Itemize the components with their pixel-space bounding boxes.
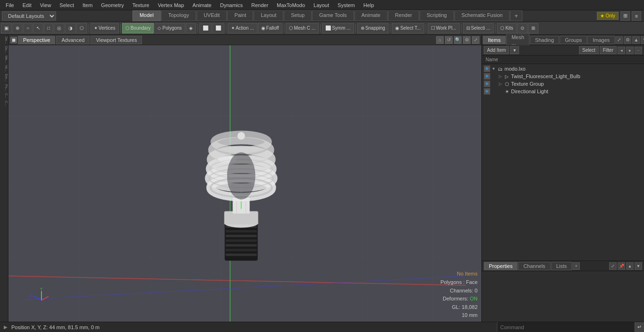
tb-icon1-btn[interactable]: ⊙	[517, 23, 528, 33]
tb-select-box-btn[interactable]: ▣	[1, 23, 12, 33]
item-eye-light[interactable]: 👁	[484, 88, 490, 95]
left-tool-em[interactable]: Em...	[0, 73, 8, 82]
prop-down-icon[interactable]: ▼	[635, 262, 642, 270]
mode-tab-model[interactable]: Model	[132, 10, 161, 21]
items-minus-icon[interactable]: -	[635, 47, 642, 54]
mode-list-icon[interactable]: ≡	[632, 11, 641, 21]
tb-hex-btn[interactable]: ⬡	[76, 23, 87, 33]
tb-vertices-btn[interactable]: ✦ Vertices	[91, 23, 119, 33]
tb-falloff-btn[interactable]: ◉ Falloff	[258, 23, 282, 33]
right-tab-images[interactable]: Images	[587, 36, 615, 44]
tb-rect-btn[interactable]: □	[44, 23, 53, 33]
tb-mode4-btn[interactable]: ◈	[186, 23, 196, 33]
mode-tab-plus[interactable]: +	[510, 10, 522, 21]
item-row-light[interactable]: 👁 ☀ Directional Light	[482, 88, 644, 95]
layout-dropdown[interactable]: Default Layouts	[2, 11, 56, 21]
tb-arrow-btn[interactable]: ↖	[33, 23, 43, 33]
left-tool-ve[interactable]: Ve...	[0, 64, 8, 73]
right-tab-shading[interactable]: Shading	[530, 36, 559, 44]
menu-render[interactable]: Render	[248, 1, 272, 9]
menu-help[interactable]: Help	[360, 1, 378, 9]
vp-settings-icon[interactable]: ⚙	[463, 36, 471, 44]
menu-dynamics[interactable]: Dynamics	[216, 1, 247, 9]
viewport-toggle[interactable]: ◼	[10, 37, 17, 43]
tb-poly-btn[interactable]: ◎	[54, 23, 65, 33]
right-expand-icon[interactable]: ⤢	[615, 36, 623, 44]
mode-tab-topology[interactable]: Topology	[161, 10, 196, 21]
left-tool-po[interactable]: Po...	[0, 83, 8, 92]
items-list[interactable]: 👁 ▼ 🗂 modo.lxo 👁 ▷ ▷ Twist_Fluorescent_L…	[482, 64, 644, 260]
vp-rotate-icon[interactable]: ↺	[445, 36, 453, 44]
mode-tab-schematic[interactable]: Schematic Fusion	[454, 10, 510, 21]
items-filter-button[interactable]: Filter	[600, 46, 617, 54]
items-select-button[interactable]: Select	[579, 46, 599, 54]
item-expand-light[interactable]	[498, 89, 503, 94]
prop-tab-properties[interactable]: Properties	[484, 262, 518, 270]
tb-polygons-btn[interactable]: ◇ Polygons	[154, 23, 185, 33]
item-eye-root[interactable]: 👁	[484, 65, 490, 72]
prop-up-icon[interactable]: ▲	[626, 262, 634, 270]
right-settings-icon[interactable]: ⚙	[624, 36, 631, 44]
vp-home-icon[interactable]: ⌂	[436, 36, 444, 44]
tb-selection-btn[interactable]: ⊟ Selecti ...	[463, 23, 494, 33]
tb-snapping-btn[interactable]: ⊕ Snapping	[357, 23, 388, 33]
left-tool-c1[interactable]: C...	[0, 92, 8, 99]
tb-half-btn[interactable]: ◑	[65, 23, 76, 33]
mode-tab-gametools[interactable]: Game Tools	[312, 10, 354, 21]
right-tab-mesh[interactable]: Mesh ...	[506, 33, 529, 47]
star-only-button[interactable]: ★ Only	[597, 12, 619, 20]
tb-boundary-btn[interactable]: ⬡ Boundary	[122, 23, 154, 33]
tb-work-plane-btn[interactable]: ☐ Work Pl...	[428, 23, 460, 33]
menu-file[interactable]: File	[2, 1, 18, 9]
add-item-arrow[interactable]: ▾	[510, 46, 519, 54]
add-item-button[interactable]: Add Item	[484, 46, 509, 54]
tb-symm-btn[interactable]: ⬜ Symm ...	[322, 23, 354, 33]
tb-kits-btn[interactable]: ⬡ Kits	[497, 23, 517, 33]
right-tab-items[interactable]: Items	[483, 36, 506, 44]
mode-tab-setup[interactable]: Setup	[284, 10, 312, 21]
menu-view[interactable]: View	[36, 1, 55, 9]
menu-layout[interactable]: Layout	[310, 1, 333, 9]
vp-expand-icon[interactable]: ⤢	[472, 36, 479, 44]
item-expand-bulb[interactable]: ▷	[498, 74, 503, 79]
tb-circle-btn[interactable]: ○	[23, 23, 33, 33]
mode-tab-render[interactable]: Render	[388, 10, 419, 21]
tb-select-t-btn[interactable]: ◉ Select T...	[392, 23, 424, 33]
item-expand-texgrp[interactable]: ▷	[498, 81, 503, 86]
menu-texture[interactable]: Texture	[129, 1, 153, 9]
menu-animate[interactable]: Animate	[189, 1, 215, 9]
left-tool-c2[interactable]: C...	[0, 100, 8, 107]
prop-tab-plus[interactable]: +	[572, 262, 580, 270]
prop-expand-icon[interactable]: ⤢	[609, 262, 617, 270]
command-input[interactable]	[497, 322, 635, 332]
mode-tab-animate[interactable]: Animate	[355, 10, 388, 21]
vp-tab-advanced[interactable]: Advanced	[56, 36, 90, 44]
vp-tab-textures[interactable]: Viewport Textures	[91, 36, 142, 44]
prop-tab-lists[interactable]: Lists	[551, 262, 572, 270]
menu-geometry[interactable]: Geometry	[97, 1, 127, 9]
tb-action-btn[interactable]: ✦ Action ...	[228, 23, 257, 33]
mode-tab-paint[interactable]: Paint	[227, 10, 253, 21]
mode-tab-uvedit[interactable]: UVEdit	[197, 10, 227, 21]
right-scroll-down-icon[interactable]: ▼	[641, 36, 644, 44]
tb-mode5-btn[interactable]: ⬜	[199, 23, 212, 33]
mode-grid-icon[interactable]: ⊞	[620, 11, 630, 21]
left-tool-me[interactable]: Me...	[0, 55, 8, 64]
right-scroll-up-icon[interactable]: ▲	[632, 36, 640, 44]
item-row-texgrp[interactable]: 👁 ▷ ⬡ Texture Group	[482, 80, 644, 88]
right-tab-groups[interactable]: Groups	[560, 36, 587, 44]
item-eye-texgrp[interactable]: 👁	[484, 81, 490, 87]
mode-tab-scripting[interactable]: Scripting	[420, 10, 454, 21]
menu-maxtomodo[interactable]: MaxToModo	[273, 1, 309, 9]
menu-edit[interactable]: Edit	[19, 1, 35, 9]
vp-zoom-icon[interactable]: 🔍	[454, 36, 462, 44]
menu-vertex-map[interactable]: Vertex Map	[154, 1, 188, 9]
menu-system[interactable]: System	[334, 1, 359, 9]
prop-tab-channels[interactable]: Channels	[518, 262, 550, 270]
tb-icon2-btn[interactable]: ⊞	[528, 23, 538, 33]
command-submit-button[interactable]: ↵	[635, 322, 644, 332]
left-tool-de[interactable]: De...	[0, 36, 8, 45]
mode-tab-layout[interactable]: Layout	[254, 10, 283, 21]
menu-select[interactable]: Select	[56, 1, 78, 9]
tb-mesh-btn[interactable]: ⬡ Mesh C ...	[286, 23, 319, 33]
